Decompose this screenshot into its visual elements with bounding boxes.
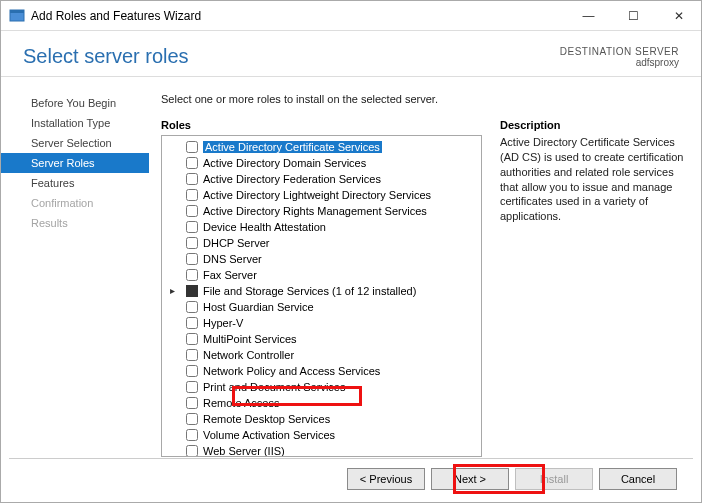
role-label: Hyper-V <box>203 317 243 329</box>
window-title: Add Roles and Features Wizard <box>31 9 201 23</box>
checkbox-partial[interactable] <box>186 285 198 297</box>
role-label: Remote Access <box>203 397 279 409</box>
install-button: Install <box>515 468 593 490</box>
roles-listbox[interactable]: Active Directory Certificate ServicesAct… <box>161 135 482 457</box>
role-label: Web Server (IIS) <box>203 445 285 456</box>
role-label: Active Directory Lightweight Directory S… <box>203 189 431 201</box>
roles-label: Roles <box>161 119 482 131</box>
role-row[interactable]: Hyper-V <box>162 315 481 331</box>
role-checkbox[interactable] <box>186 317 198 329</box>
app-icon <box>9 8 25 24</box>
role-checkbox[interactable] <box>186 445 198 456</box>
role-label: Print and Document Services <box>203 381 345 393</box>
role-checkbox[interactable] <box>186 301 198 313</box>
role-checkbox[interactable] <box>186 413 198 425</box>
svg-rect-1 <box>10 10 24 13</box>
expander-icon[interactable]: ▸ <box>170 285 175 296</box>
role-row[interactable]: Print and Document Services <box>162 379 481 395</box>
role-row[interactable]: Network Policy and Access Services <box>162 363 481 379</box>
role-label: Volume Activation Services <box>203 429 335 441</box>
role-checkbox[interactable] <box>186 141 198 153</box>
role-row[interactable]: Device Health Attestation <box>162 219 481 235</box>
destination-label: DESTINATION SERVER <box>560 46 679 57</box>
role-row[interactable]: Active Directory Rights Management Servi… <box>162 203 481 219</box>
role-checkbox[interactable] <box>186 221 198 233</box>
role-row[interactable]: Web Server (IIS) <box>162 443 481 456</box>
window-controls: — ☐ ✕ <box>566 1 701 30</box>
previous-button[interactable]: < Previous <box>347 468 425 490</box>
main-panel: Select one or more roles to install on t… <box>149 77 701 457</box>
role-checkbox[interactable] <box>186 269 198 281</box>
wizard-sidebar: Before You BeginInstallation TypeServer … <box>1 77 149 457</box>
sidebar-item-confirmation: Confirmation <box>1 193 149 213</box>
description-text: Active Directory Certificate Services (A… <box>500 135 685 224</box>
columns: Roles Active Directory Certificate Servi… <box>161 119 685 457</box>
titlebar: Add Roles and Features Wizard — ☐ ✕ <box>1 1 701 31</box>
role-row[interactable]: Active Directory Federation Services <box>162 171 481 187</box>
role-label: MultiPoint Services <box>203 333 297 345</box>
role-label: Host Guardian Service <box>203 301 314 313</box>
role-checkbox[interactable] <box>186 429 198 441</box>
wizard-footer: < Previous Next > Install Cancel <box>9 458 693 498</box>
role-row[interactable]: Network Controller <box>162 347 481 363</box>
role-label: Network Controller <box>203 349 294 361</box>
role-checkbox[interactable] <box>186 253 198 265</box>
role-label: File and Storage Services (1 of 12 insta… <box>203 285 416 297</box>
sidebar-item-installation-type[interactable]: Installation Type <box>1 113 149 133</box>
destination-value: adfsproxy <box>560 57 679 68</box>
role-row[interactable]: DNS Server <box>162 251 481 267</box>
header: Select server roles DESTINATION SERVER a… <box>1 31 701 77</box>
role-checkbox[interactable] <box>186 349 198 361</box>
role-label: DNS Server <box>203 253 262 265</box>
minimize-button[interactable]: — <box>566 1 611 30</box>
role-label: Remote Desktop Services <box>203 413 330 425</box>
role-label: Device Health Attestation <box>203 221 326 233</box>
role-label: Active Directory Federation Services <box>203 173 381 185</box>
role-row[interactable]: MultiPoint Services <box>162 331 481 347</box>
role-checkbox[interactable] <box>186 333 198 345</box>
role-label: Active Directory Rights Management Servi… <box>203 205 427 217</box>
close-button[interactable]: ✕ <box>656 1 701 30</box>
role-checkbox[interactable] <box>186 205 198 217</box>
sidebar-item-server-selection[interactable]: Server Selection <box>1 133 149 153</box>
roles-column: Roles Active Directory Certificate Servi… <box>161 119 482 457</box>
role-row[interactable]: Volume Activation Services <box>162 427 481 443</box>
destination-block: DESTINATION SERVER adfsproxy <box>560 46 679 68</box>
role-checkbox[interactable] <box>186 381 198 393</box>
sidebar-item-results: Results <box>1 213 149 233</box>
role-label: Active Directory Certificate Services <box>203 141 382 153</box>
next-button[interactable]: Next > <box>431 468 509 490</box>
role-row[interactable]: ▸File and Storage Services (1 of 12 inst… <box>162 283 481 299</box>
role-label: Network Policy and Access Services <box>203 365 380 377</box>
role-row[interactable]: Host Guardian Service <box>162 299 481 315</box>
sidebar-item-server-roles[interactable]: Server Roles <box>1 153 149 173</box>
role-row[interactable]: Remote Access <box>162 395 481 411</box>
sidebar-item-features[interactable]: Features <box>1 173 149 193</box>
content: Before You BeginInstallation TypeServer … <box>1 77 701 457</box>
role-checkbox[interactable] <box>186 397 198 409</box>
role-checkbox[interactable] <box>186 189 198 201</box>
role-row[interactable]: Fax Server <box>162 267 481 283</box>
page-title: Select server roles <box>23 45 189 68</box>
role-label: DHCP Server <box>203 237 269 249</box>
role-checkbox[interactable] <box>186 157 198 169</box>
role-row[interactable]: Active Directory Domain Services <box>162 155 481 171</box>
description-column: Description Active Directory Certificate… <box>500 119 685 457</box>
instruction-text: Select one or more roles to install on t… <box>161 93 685 105</box>
role-row[interactable]: Remote Desktop Services <box>162 411 481 427</box>
role-label: Active Directory Domain Services <box>203 157 366 169</box>
role-checkbox[interactable] <box>186 365 198 377</box>
roles-scroll[interactable]: Active Directory Certificate ServicesAct… <box>162 136 481 456</box>
role-row[interactable]: DHCP Server <box>162 235 481 251</box>
sidebar-item-before-you-begin[interactable]: Before You Begin <box>1 93 149 113</box>
cancel-button[interactable]: Cancel <box>599 468 677 490</box>
role-label: Fax Server <box>203 269 257 281</box>
description-label: Description <box>500 119 685 131</box>
role-checkbox[interactable] <box>186 173 198 185</box>
role-row[interactable]: Active Directory Lightweight Directory S… <box>162 187 481 203</box>
maximize-button[interactable]: ☐ <box>611 1 656 30</box>
role-row[interactable]: Active Directory Certificate Services <box>162 139 481 155</box>
role-checkbox[interactable] <box>186 237 198 249</box>
